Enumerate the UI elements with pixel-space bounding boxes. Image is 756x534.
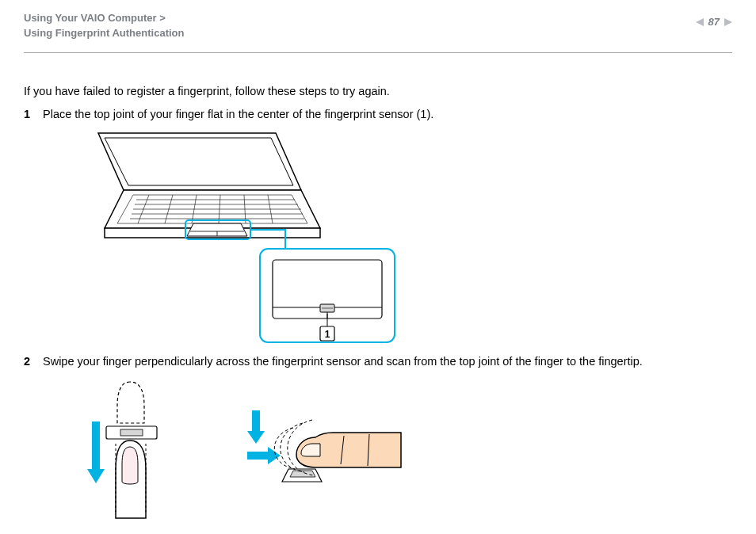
step-2: 2 Swipe your finger perpendicularly acro… [24,353,732,371]
step-1: 1 Place the top joint of your finger fla… [24,106,732,124]
header-rule [24,52,732,53]
step-2-text: Swipe your finger perpendicularly across… [43,353,732,371]
figure-2 [54,377,732,528]
page-number: 87 [708,16,720,28]
step-1-number: 1 [24,106,43,124]
svg-rect-34 [252,410,260,431]
finger-swipe-illustration [54,377,403,528]
page: Using Your VAIO Computer > Using Fingerp… [0,0,756,534]
breadcrumb-line-2: Using Fingerprint Authentication [24,27,184,39]
page-nav: 87 [696,16,732,28]
svg-rect-36 [247,452,268,460]
page-header: Using Your VAIO Computer > Using Fingerp… [24,11,732,49]
svg-rect-29 [120,429,143,436]
intro-text: If you have failed to register a fingerp… [24,83,732,101]
breadcrumb: Using Your VAIO Computer > Using Fingerp… [24,11,184,41]
step-2-number: 2 [24,353,43,371]
svg-rect-32 [92,421,100,469]
laptop-with-sensor-illustration: 1 [54,130,403,345]
callout-1-label: 1 [325,329,330,340]
svg-marker-33 [87,469,105,483]
svg-marker-37 [268,447,281,464]
svg-marker-1 [105,138,293,185]
step-1-text: Place the top joint of your finger flat … [43,106,732,124]
prev-page-icon[interactable] [696,18,704,26]
breadcrumb-line-1: Using Your VAIO Computer > [24,12,166,24]
figure-1: 1 [54,130,732,345]
svg-marker-39 [290,471,315,477]
next-page-icon[interactable] [724,18,732,26]
svg-marker-35 [247,431,265,444]
content-body: If you have failed to register a fingerp… [24,71,732,534]
